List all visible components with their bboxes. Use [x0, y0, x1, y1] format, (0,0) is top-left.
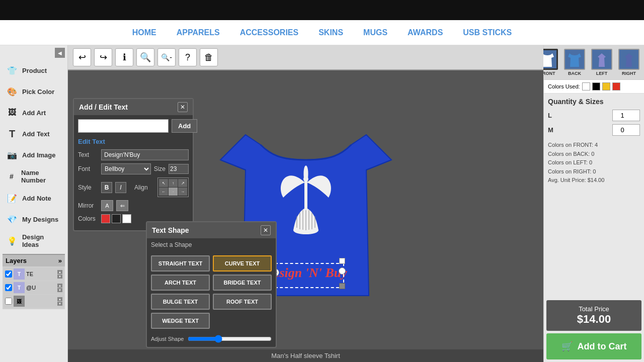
text-shape-close-button[interactable]: ✕	[261, 225, 271, 235]
text-shape-subtitle: Select a Shape	[147, 238, 276, 251]
selection-handle-br[interactable]	[339, 283, 345, 289]
size-m-label: M	[548, 126, 553, 134]
sidebar-item-add-image[interactable]: 📷 Add Image	[3, 145, 65, 165]
layer2-thumb: T	[14, 282, 25, 293]
sidebar-item-product[interactable]: 👕 Product	[3, 60, 65, 80]
add-edit-text-title: Add / Edit Text	[79, 103, 128, 111]
text-label: Text	[78, 151, 98, 158]
align-mc-btn[interactable]: ·	[169, 188, 178, 196]
delete-button[interactable]: 🗑	[200, 48, 218, 66]
cart-icon: 🛒	[561, 341, 573, 352]
align-mr-btn[interactable]: →	[178, 188, 187, 196]
text-value-input[interactable]	[101, 149, 189, 160]
layers-header[interactable]: Layers »	[3, 255, 65, 266]
color-swatch-black[interactable]	[112, 214, 121, 223]
text-shape-title: Text Shape	[152, 226, 189, 234]
font-select[interactable]: Bellboy Arial	[101, 163, 151, 174]
sidebar-item-pick-color[interactable]: 🎨 Pick Color	[3, 81, 65, 102]
shape-wedge-btn[interactable]: WEDGE TEXT	[151, 313, 210, 329]
nav-usb-sticks[interactable]: USB STICKS	[463, 28, 512, 37]
add-edit-text-close-button[interactable]: ✕	[178, 102, 188, 112]
font-size-input[interactable]	[169, 164, 189, 174]
align-tc-btn[interactable]: ↑	[169, 179, 178, 187]
align-tl-btn[interactable]: ↖	[159, 179, 168, 187]
total-label: Total Price	[551, 305, 636, 313]
align-label: Align	[134, 184, 154, 191]
add-to-cart-button[interactable]: 🛒 Add to Cart	[546, 333, 641, 359]
collapse-sidebar-button[interactable]: ◀	[55, 48, 65, 58]
color-swatch-white[interactable]	[122, 214, 131, 223]
add-text-button[interactable]: Add	[172, 119, 197, 133]
nav-home[interactable]: HOME	[132, 28, 156, 37]
zoom-in-button[interactable]: 🔍	[136, 48, 154, 66]
sidebar-item-my-designs[interactable]: 💎 My Designs	[3, 209, 65, 229]
colors-front-info: Colors on FRONT: 4	[548, 141, 640, 150]
italic-button[interactable]: I	[115, 182, 126, 193]
add-edit-text-header: Add / Edit Text ✕	[74, 99, 193, 115]
redo-button[interactable]: ↪	[94, 48, 112, 66]
shape-arch-btn[interactable]: ARCH TEXT	[151, 275, 210, 291]
layer1-checkbox[interactable]	[5, 270, 12, 278]
nav-skins[interactable]: SKINS	[318, 28, 343, 37]
color-used-red[interactable]	[612, 82, 620, 90]
shape-roof-btn[interactable]: ROOF TEXT	[213, 294, 272, 310]
size-label: Size	[154, 165, 166, 172]
mirror-horizontal-btn[interactable]: A	[101, 200, 113, 211]
align-tr-btn[interactable]: ↗	[178, 179, 187, 187]
product-label: Man's Half sleeve Tshirt	[68, 349, 543, 362]
shape-bulge-btn[interactable]: BULGE TEXT	[151, 294, 210, 310]
shape-curve-btn[interactable]: CURVE TEXT	[213, 255, 272, 272]
shape-bridge-btn[interactable]: BRIDGE TEXT	[213, 275, 272, 291]
view-left[interactable]: LEFT	[589, 48, 614, 77]
layer2-down-btn[interactable]: ▼	[57, 288, 62, 292]
shape-straight-btn[interactable]: STRAIGHT TEXT	[151, 255, 210, 272]
align-ml-btn[interactable]: ←	[159, 188, 168, 196]
colors-used-row: Colors Used:	[544, 80, 644, 94]
add-text-input[interactable]	[78, 119, 169, 133]
zoom-out-button[interactable]: 🔍-	[157, 48, 176, 66]
sidebar-item-add-art[interactable]: 🖼 Add Art	[3, 103, 65, 123]
layer2-up-btn[interactable]: ▲	[57, 284, 62, 288]
view-back[interactable]: BACK	[562, 48, 587, 77]
quantity-section: Quantity & Sizes L M Colors on FRONT: 4 …	[544, 94, 644, 298]
help-button[interactable]: ?	[179, 48, 197, 66]
color-used-yellow[interactable]	[602, 82, 610, 90]
sidebar-item-add-note[interactable]: 📝 Add Note	[3, 188, 65, 208]
text-shape-header: Text Shape ✕	[147, 222, 276, 238]
size-m-input[interactable]	[612, 124, 640, 136]
adjust-shape-slider[interactable]	[188, 335, 272, 343]
info-button[interactable]: ℹ	[115, 48, 133, 66]
colors-used-label: Colors Used:	[548, 83, 580, 89]
color-swatch-red[interactable]	[101, 214, 110, 223]
layer1-up-btn[interactable]: ▲	[57, 270, 62, 274]
nav-accessories[interactable]: ACCESSORIES	[240, 28, 298, 37]
add-note-icon: 📝	[5, 191, 19, 205]
view-right[interactable]: RIGHT	[616, 48, 641, 77]
color-used-black[interactable]	[592, 82, 600, 90]
color-swatches	[101, 214, 131, 223]
layer2-checkbox[interactable]	[5, 284, 12, 291]
sidebar-item-design-ideas[interactable]: 💡 Design Ideas	[3, 230, 65, 251]
mirror-vertical-btn[interactable]: ⇐	[116, 200, 128, 211]
layer3-thumb: 🖼	[14, 296, 25, 307]
layer1-down-btn[interactable]: ▼	[57, 275, 62, 279]
colors-left-info: Colors on LEFT: 0	[548, 158, 640, 167]
nav-apparels[interactable]: APPARELS	[177, 28, 220, 37]
view-right-thumb	[618, 49, 639, 70]
add-text-icon: T	[5, 127, 19, 141]
sidebar-item-name-number[interactable]: # Name Number	[3, 166, 65, 187]
nav-mugs[interactable]: MUGS	[363, 28, 387, 37]
view-back-label: BACK	[568, 71, 581, 76]
sidebar-item-add-text[interactable]: T Add Text	[3, 124, 65, 144]
layer3-down-btn[interactable]: ▼	[57, 302, 62, 306]
nav-awards[interactable]: AWARDS	[408, 28, 443, 37]
undo-button[interactable]: ↩	[73, 48, 91, 66]
layer3-up-btn[interactable]: ▲	[57, 297, 62, 301]
size-l-input[interactable]	[612, 110, 640, 121]
bold-button[interactable]: B	[101, 182, 112, 193]
layer3-checkbox[interactable]	[5, 298, 12, 305]
color-used-white[interactable]	[582, 82, 590, 90]
selection-handle-rotate[interactable]	[339, 267, 346, 275]
my-designs-icon: 💎	[5, 212, 19, 226]
selection-handle-tr[interactable]	[339, 258, 345, 264]
